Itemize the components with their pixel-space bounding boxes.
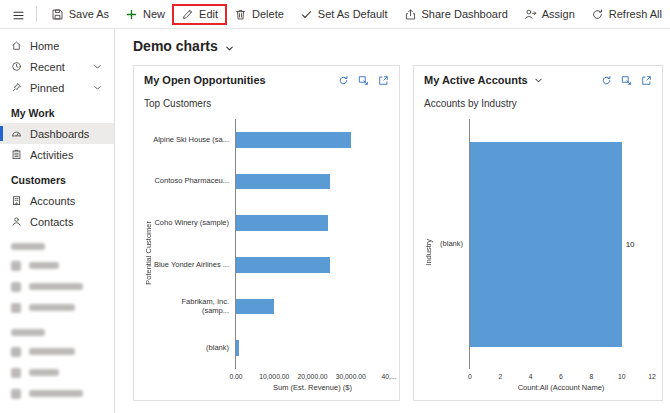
dashboard-main: Demo charts My Open Opportunities — [115, 29, 670, 413]
dashboard-selector[interactable]: Demo charts — [133, 38, 664, 54]
chevron-down-icon[interactable] — [92, 61, 103, 72]
redacted-label — [29, 348, 75, 355]
expand-chart-icon[interactable] — [378, 75, 389, 86]
bar[interactable] — [236, 215, 328, 231]
chart-card-header: My Open Opportunities — [144, 74, 389, 86]
bar-category-label: Contoso Pharmaceu... — [153, 177, 235, 186]
view-records-icon[interactable] — [358, 75, 369, 86]
hamburger-menu-icon[interactable] — [12, 8, 25, 21]
share-dashboard-button[interactable]: Share Dashboard — [396, 5, 516, 24]
bar[interactable] — [236, 299, 274, 315]
chevron-down-icon — [224, 41, 235, 52]
refresh-all-button[interactable]: Refresh All — [583, 5, 670, 24]
redacted-nav-item[interactable] — [0, 362, 114, 383]
bar-category-label: Blue Yonder Airlines ... — [153, 261, 235, 270]
sidebar-item-dashboards[interactable]: Dashboards — [0, 123, 114, 144]
bar-row: (blank) — [153, 327, 389, 369]
redacted-label — [29, 304, 75, 311]
chevron-down-icon[interactable] — [533, 75, 544, 86]
trash-icon — [234, 8, 247, 21]
refresh-icon[interactable] — [601, 75, 612, 86]
bar-track — [235, 327, 389, 369]
share-icon — [404, 8, 417, 21]
redacted-nav-item[interactable] — [0, 341, 114, 362]
home-icon — [11, 40, 22, 51]
x-tick-label: 30,000.00 — [336, 373, 366, 380]
bar-category-label: (blank) — [433, 240, 469, 249]
bar-row: Blue Yonder Airlines ... — [153, 244, 389, 286]
activities-clipboard-icon — [11, 149, 22, 160]
x-tick-label: 8 — [589, 373, 593, 380]
chevron-down-icon[interactable] — [92, 82, 103, 93]
save-as-button[interactable]: Save As — [43, 5, 117, 24]
assign-label: Assign — [542, 8, 575, 20]
bar-track — [235, 161, 389, 203]
redacted-label — [29, 283, 83, 290]
redacted-nav-item[interactable] — [0, 276, 114, 297]
chart-card-my-open-opportunities: My Open Opportunities — [133, 65, 400, 401]
redacted-label — [29, 262, 59, 269]
chart-subtitle: Top Customers — [144, 98, 389, 109]
app-window: Save As New Edit Delete Set As Default — [0, 0, 670, 413]
delete-button[interactable]: Delete — [226, 5, 292, 24]
refresh-icon[interactable] — [338, 75, 349, 86]
plot-area: (blank)10 024681012 Count:All (Account N… — [433, 111, 652, 394]
assign-person-icon — [524, 8, 537, 21]
x-tick-label: 4 — [529, 373, 533, 380]
edit-button[interactable]: Edit — [173, 5, 226, 24]
redacted-section-header — [11, 243, 45, 250]
chart-subtitle: Accounts by Industry — [424, 98, 652, 109]
x-tick-label: 40,... — [381, 373, 396, 380]
sidebar-pinned-label: Pinned — [30, 82, 64, 94]
bar[interactable] — [236, 340, 239, 356]
x-tick-label: 0.00 — [229, 373, 242, 380]
chart-card-header: My Active Accounts — [424, 74, 652, 86]
redacted-label — [29, 369, 59, 376]
chart-title: My Active Accounts — [424, 74, 528, 86]
sidebar-item-recent[interactable]: Recent — [0, 56, 114, 77]
x-tick-label: 6 — [559, 373, 563, 380]
new-button[interactable]: New — [117, 5, 173, 24]
redacted-section-header — [11, 329, 45, 336]
bar-row: Contoso Pharmaceu... — [153, 161, 389, 203]
bar-track — [235, 286, 389, 328]
sidebar-activities-label: Activities — [30, 149, 73, 161]
redacted-nav-item[interactable] — [0, 297, 114, 318]
x-tick-label: 0 — [468, 373, 472, 380]
contacts-person-icon — [11, 216, 22, 227]
accounts-building-icon — [11, 195, 22, 206]
bar-category-label: Fabrikam, Inc. (samp... — [153, 298, 235, 315]
redacted-icon — [11, 368, 21, 378]
redacted-nav-item[interactable] — [0, 255, 114, 276]
x-axis-label: Sum (Est. Revenue) ($) — [236, 383, 389, 394]
sidebar-item-activities[interactable]: Activities — [0, 144, 114, 165]
sidebar-item-contacts[interactable]: Contacts — [0, 211, 114, 232]
bar[interactable] — [236, 174, 330, 190]
assign-button[interactable]: Assign — [516, 5, 583, 24]
sidebar-item-pinned[interactable]: Pinned — [0, 77, 114, 98]
redacted-nav-item[interactable] — [0, 383, 114, 404]
sidebar-item-home[interactable]: Home — [0, 35, 114, 56]
view-records-icon[interactable] — [621, 75, 632, 86]
sidebar-accounts-label: Accounts — [30, 195, 75, 207]
bar[interactable] — [236, 132, 351, 148]
sidebar-home-label: Home — [30, 40, 59, 52]
share-dashboard-label: Share Dashboard — [422, 8, 508, 20]
bar[interactable] — [236, 257, 330, 273]
x-tick-label: 10 — [618, 373, 626, 380]
bar-chart: Potential Customer Alpine Ski House (sa.… — [144, 111, 389, 394]
expand-chart-icon[interactable] — [641, 75, 652, 86]
set-as-default-label: Set As Default — [318, 8, 388, 20]
command-bar: Save As New Edit Delete Set As Default — [0, 0, 670, 29]
sidebar-item-accounts[interactable]: Accounts — [0, 190, 114, 211]
chart-card-my-active-accounts: My Active Accounts — [413, 65, 663, 401]
bar[interactable] — [470, 142, 622, 347]
refresh-all-label: Refresh All — [609, 8, 662, 20]
pin-icon — [11, 82, 22, 93]
bar-row: Fabrikam, Inc. (samp... — [153, 286, 389, 328]
bar-row: Coho Winery (sample) — [153, 202, 389, 244]
site-map-sidebar: Home Recent Pinned My Work — [0, 29, 115, 413]
set-as-default-button[interactable]: Set As Default — [292, 5, 396, 24]
save-as-label: Save As — [69, 8, 109, 20]
plus-icon — [125, 8, 138, 21]
